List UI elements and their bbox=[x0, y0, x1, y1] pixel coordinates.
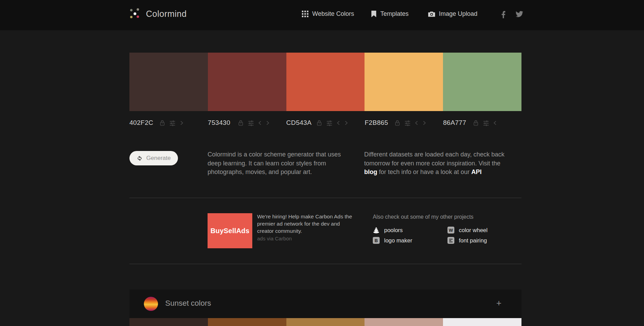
nav-item-website-colors[interactable]: Website Colors bbox=[302, 10, 354, 18]
move-color-right-button[interactable] bbox=[180, 120, 183, 126]
nav-item-image-upload[interactable]: Image Upload bbox=[428, 10, 477, 18]
swatch-controls-2: 753430 bbox=[208, 118, 286, 127]
hex-code: 86A777 bbox=[443, 119, 470, 127]
adjust-color-button[interactable] bbox=[247, 120, 254, 126]
camera-icon bbox=[428, 11, 435, 17]
color-swatch-2[interactable] bbox=[208, 53, 286, 111]
carbon-ad-text[interactable]: We're hiring! Help make Carbon Ads the p… bbox=[257, 213, 358, 242]
lock-color-button[interactable] bbox=[473, 119, 479, 126]
hex-code: 753430 bbox=[208, 119, 235, 127]
logo-text: Colormind bbox=[146, 9, 187, 19]
blog-link[interactable]: blog bbox=[364, 169, 377, 175]
section-divider-top bbox=[129, 198, 521, 198]
project-link-poolors[interactable]: poolors bbox=[373, 227, 447, 233]
generate-label: Generate bbox=[146, 155, 171, 162]
palette-controls-row: 402F2C 7 bbox=[129, 118, 521, 127]
sunset-swatch-1 bbox=[129, 318, 208, 326]
facebook-icon[interactable] bbox=[502, 11, 505, 20]
color-wheel-icon: W bbox=[447, 227, 454, 233]
lock-color-button[interactable] bbox=[238, 119, 244, 126]
intro-text-part1: Different datasets are loaded each day, … bbox=[364, 151, 505, 167]
refresh-icon bbox=[137, 155, 142, 161]
swatch-controls-4: F2B865 bbox=[365, 118, 443, 127]
top-navigation-bar: Colormind Website Colors Templates bbox=[0, 0, 644, 30]
ad-text: We're hiring! Help make Carbon Ads the p… bbox=[257, 214, 352, 234]
ad-attribution[interactable]: ads via Carbon bbox=[257, 235, 358, 242]
colormind-logo-icon bbox=[129, 8, 140, 19]
color-swatch-1[interactable] bbox=[129, 53, 208, 111]
nav-label: Image Upload bbox=[439, 10, 477, 18]
carbon-ad-image[interactable]: BuySellAds bbox=[208, 213, 252, 248]
color-swatch-4[interactable] bbox=[365, 53, 443, 111]
adjust-color-button[interactable] bbox=[169, 120, 176, 126]
hex-code: F2B865 bbox=[365, 119, 391, 127]
lock-color-button[interactable] bbox=[316, 119, 322, 126]
nav-label: Website Colors bbox=[312, 10, 354, 18]
section-divider-bottom bbox=[129, 264, 521, 264]
poolors-icon bbox=[373, 227, 380, 233]
swatch-controls-5: 86A777 bbox=[443, 118, 521, 127]
saved-palette-sunset-colors[interactable]: Sunset colors + bbox=[129, 290, 521, 318]
logo[interactable]: Colormind bbox=[129, 8, 187, 19]
project-link-font-pairing[interactable]: font pairing bbox=[447, 237, 510, 244]
current-palette bbox=[129, 53, 521, 111]
expand-palette-button[interactable]: + bbox=[496, 298, 502, 308]
intro-text-left: Colormind is a color scheme generator th… bbox=[208, 150, 356, 177]
project-link-logo-maker[interactable]: B logo maker bbox=[373, 237, 447, 244]
saved-palette-title: Sunset colors bbox=[165, 299, 211, 308]
hex-code: 402F2C bbox=[129, 119, 156, 127]
move-color-left-button[interactable] bbox=[337, 120, 340, 126]
intro-text-right: Different datasets are loaded each day, … bbox=[364, 150, 506, 177]
project-label: poolors bbox=[384, 227, 403, 233]
nav-label: Templates bbox=[380, 10, 409, 18]
color-swatch-5[interactable] bbox=[443, 53, 521, 111]
intro-text-part2: for tech info or have a look at our bbox=[377, 169, 471, 175]
lock-color-button[interactable] bbox=[394, 119, 400, 126]
move-color-left-button[interactable] bbox=[493, 120, 497, 126]
nav-item-templates[interactable]: Templates bbox=[371, 10, 409, 18]
lock-color-button[interactable] bbox=[159, 119, 165, 126]
project-label: font pairing bbox=[459, 237, 487, 244]
sunset-swatch-4 bbox=[365, 318, 443, 326]
project-label: color wheel bbox=[459, 227, 487, 233]
ad-brand-logo: BuySellAds bbox=[210, 227, 249, 235]
project-link-color-wheel[interactable]: W color wheel bbox=[447, 227, 510, 233]
adjust-color-button[interactable] bbox=[326, 120, 333, 126]
font-pairing-icon bbox=[447, 237, 454, 244]
grid-icon bbox=[302, 11, 308, 17]
move-color-right-button[interactable] bbox=[422, 120, 426, 126]
move-color-left-button[interactable] bbox=[258, 120, 262, 126]
api-link[interactable]: API bbox=[471, 169, 482, 175]
projects-heading: Also check out some of my other projects bbox=[373, 214, 510, 220]
bookmark-icon bbox=[371, 11, 377, 17]
project-label: logo maker bbox=[384, 237, 412, 244]
twitter-icon[interactable] bbox=[516, 11, 523, 19]
sunset-swatch-5 bbox=[443, 318, 521, 326]
move-color-right-button[interactable] bbox=[266, 120, 270, 126]
swatch-controls-3: CD543A bbox=[286, 118, 365, 127]
move-color-right-button[interactable] bbox=[344, 120, 348, 126]
swatch-controls-1: 402F2C bbox=[129, 118, 208, 127]
sunset-palette-preview bbox=[129, 318, 521, 326]
move-color-left-button[interactable] bbox=[415, 120, 419, 126]
sunset-swatch-3 bbox=[286, 318, 365, 326]
logo-maker-icon: B bbox=[373, 237, 380, 244]
hex-code: CD543A bbox=[286, 119, 313, 127]
color-swatch-3[interactable] bbox=[286, 53, 365, 111]
generate-button[interactable]: Generate bbox=[129, 151, 178, 165]
sunset-swatch-2 bbox=[208, 318, 286, 326]
adjust-color-button[interactable] bbox=[404, 120, 411, 126]
sunset-thumbnail bbox=[144, 297, 158, 311]
other-projects: Also check out some of my other projects… bbox=[373, 214, 510, 244]
colormind-page: Colormind Website Colors Templates bbox=[0, 0, 644, 326]
adjust-color-button[interactable] bbox=[483, 120, 489, 126]
